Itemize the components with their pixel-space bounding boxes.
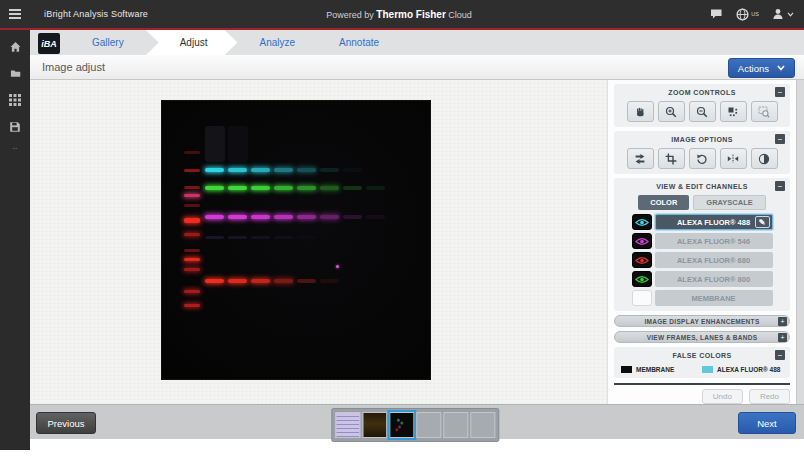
channel-button[interactable]: MEMBRANE <box>655 290 773 306</box>
blot-band <box>228 215 247 219</box>
image-options-collapse-button[interactable]: − <box>775 134 785 144</box>
tab-annotate[interactable]: Annotate <box>317 30 401 55</box>
actual-size-button[interactable] <box>720 101 747 122</box>
enhancements-expand-button[interactable]: + <box>778 317 787 326</box>
fit-screen-button[interactable] <box>751 101 778 122</box>
undo-button[interactable]: Undo <box>702 389 743 404</box>
tab-analyze[interactable]: Analyze <box>237 30 317 55</box>
next-button[interactable]: Next <box>738 412 796 434</box>
image-display-enhancements-bar[interactable]: IMAGE DISPLAY ENHANCEMENTS + <box>614 315 790 327</box>
rotate-left-button[interactable] <box>689 148 716 169</box>
blot-band <box>251 186 270 190</box>
crop-button[interactable] <box>658 148 685 169</box>
globe-icon[interactable]: US <box>736 8 759 21</box>
thumbnail-fluor[interactable] <box>389 412 414 438</box>
blot-smear <box>205 126 225 162</box>
blot-band <box>274 279 293 283</box>
blot-band <box>228 168 247 172</box>
blot-band <box>184 258 200 261</box>
invert-button[interactable] <box>751 148 778 169</box>
pan-button[interactable] <box>627 101 654 122</box>
thumbnail-empty[interactable] <box>443 412 468 438</box>
channel-row: MEMBRANE <box>632 290 773 306</box>
western-blot-image[interactable] <box>162 101 430 379</box>
channel-button[interactable]: ALEXA FLUOR® 800 <box>655 271 773 287</box>
tab-gallery[interactable]: Gallery <box>70 30 146 55</box>
blot-band <box>297 186 316 190</box>
thumbnail-empty[interactable] <box>416 412 441 438</box>
flip-horizontal-button[interactable] <box>720 148 747 169</box>
blank-visibility-box[interactable] <box>632 290 652 306</box>
blot-band <box>184 268 200 271</box>
panel-scrollbar[interactable] <box>796 80 804 404</box>
blot-band <box>297 215 316 219</box>
false-colors-title: FALSE COLORS <box>672 352 731 359</box>
save-icon[interactable] <box>9 121 21 133</box>
folder-icon[interactable] <box>9 68 22 79</box>
more-icon[interactable] <box>8 148 22 152</box>
bottom-bar: Previous Next <box>30 404 804 439</box>
top-bar: iBright Analysis Software Powered by The… <box>0 0 804 30</box>
view-frames-lanes-bands-bar[interactable]: VIEW FRAMES, LANES & BANDS + <box>614 331 790 343</box>
zoom-in-button[interactable] <box>658 101 685 122</box>
blot-band <box>184 186 200 189</box>
thumbnail-empty[interactable] <box>470 412 495 438</box>
zoom-controls-collapse-button[interactable]: − <box>775 87 785 97</box>
home-icon[interactable] <box>9 41 22 53</box>
blot-artifact-speck <box>336 265 339 268</box>
false-colors-panel: FALSE COLORS − MEMBRANEALEXA FLUOR® 488 <box>614 347 790 378</box>
eye-visibility-icon[interactable] <box>632 214 652 230</box>
false-colors-collapse-button[interactable]: − <box>775 350 785 360</box>
grid-icon[interactable] <box>9 94 21 106</box>
flip-vertical-button[interactable] <box>627 148 654 169</box>
channel-button[interactable]: ALEXA FLUOR® 488✎ <box>655 214 773 230</box>
page-header: Image adjust Actions <box>30 55 804 80</box>
blot-band <box>184 218 200 223</box>
chat-icon[interactable] <box>709 8 723 20</box>
blot-band <box>184 169 200 172</box>
blot-band <box>205 279 224 283</box>
thumbnail-membrane[interactable] <box>335 412 360 438</box>
blot-band <box>205 236 224 239</box>
user-icon[interactable] <box>772 8 794 20</box>
brand-suffix: Cloud <box>448 10 472 20</box>
blot-band <box>274 236 293 239</box>
eye-visibility-icon[interactable] <box>632 233 652 249</box>
blot-band <box>274 215 293 219</box>
channel-label: ALEXA FLUOR® 680 <box>677 256 750 265</box>
right-panel: ZOOM CONTROLS − IMAGE OPTIONS − <box>608 80 796 404</box>
channels-collapse-button[interactable]: − <box>775 181 785 191</box>
channel-row: ALEXA FLUOR® 800 <box>632 271 773 287</box>
thumbnail-strip <box>331 408 499 442</box>
channel-label: ALEXA FLUOR® 800 <box>677 275 750 284</box>
image-options-panel: IMAGE OPTIONS − <box>614 131 790 174</box>
actions-button[interactable]: Actions <box>728 58 795 78</box>
frames-expand-button[interactable]: + <box>778 333 787 342</box>
zoom-controls-buttons <box>619 101 785 122</box>
color-swatch <box>702 366 713 373</box>
false-color-legend-item: MEMBRANE <box>621 366 702 373</box>
hamburger-menu-icon[interactable] <box>0 0 30 28</box>
eye-visibility-icon[interactable] <box>632 271 652 287</box>
tab-adjust[interactable]: Adjust <box>146 30 238 55</box>
color-swatch <box>621 366 632 373</box>
edit-pencil-icon[interactable]: ✎ <box>755 216 770 228</box>
topbar-icon-group: US <box>709 0 794 28</box>
left-nav-rail <box>0 30 30 450</box>
channel-label: MEMBRANE <box>691 294 735 303</box>
blot-band <box>366 186 385 190</box>
image-canvas[interactable] <box>30 80 608 404</box>
thumbnail-chemi[interactable] <box>362 412 387 438</box>
eye-visibility-icon[interactable] <box>632 252 652 268</box>
previous-button[interactable]: Previous <box>36 412 96 434</box>
channel-label: ALEXA FLUOR® 546 <box>677 237 750 246</box>
blot-band <box>228 279 247 283</box>
channel-button[interactable]: ALEXA FLUOR® 546 <box>655 233 773 249</box>
mode-grayscale-button[interactable]: GRAYSCALE <box>693 195 765 210</box>
redo-button[interactable]: Redo <box>749 389 790 404</box>
channel-button[interactable]: ALEXA FLUOR® 680 <box>655 252 773 268</box>
blot-band <box>274 168 293 172</box>
zoom-out-button[interactable] <box>689 101 716 122</box>
mode-color-button[interactable]: COLOR <box>638 195 689 210</box>
channel-list: ALEXA FLUOR® 488✎ALEXA FLUOR® 546ALEXA F… <box>619 214 785 306</box>
